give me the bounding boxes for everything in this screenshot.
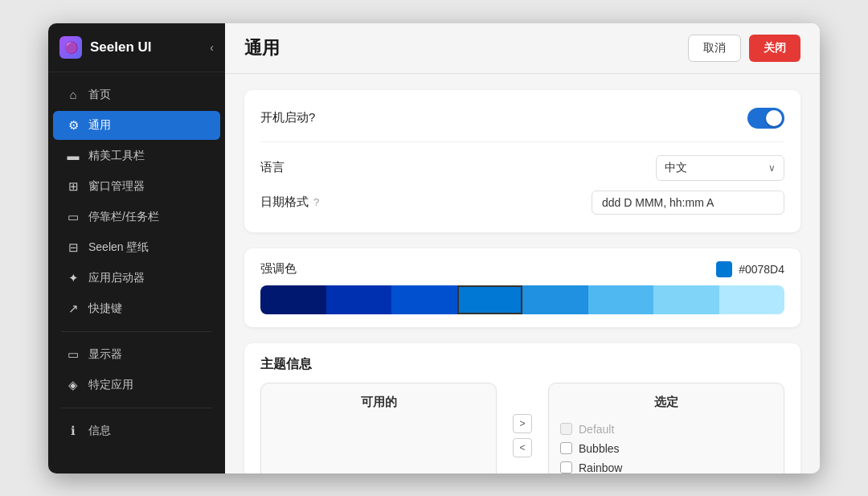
- transfer-back-button[interactable]: <: [513, 438, 532, 457]
- general-settings-section: 开机启动? 语言 中文 ∨ 日期格式 ?: [244, 90, 800, 232]
- color-segment-3: [391, 285, 457, 314]
- date-format-row: 日期格式 ?: [260, 186, 784, 219]
- sidebar-item-toolbar[interactable]: ▬ 精美工具栏: [53, 141, 220, 170]
- color-segment-8: [719, 285, 785, 314]
- sidebar-item-home[interactable]: ⌂ 首页: [53, 80, 220, 109]
- close-button[interactable]: 关闭: [749, 35, 800, 62]
- color-segment-1: [260, 285, 326, 314]
- sidebar-collapse-button[interactable]: ‹: [210, 41, 214, 54]
- sidebar: 🟣 Seelen UI ‹ ⌂ 首页 ⚙ 通用 ▬ 精美工具栏 ⊞ 窗口管理器: [48, 23, 225, 473]
- language-value: 中文: [665, 161, 687, 175]
- sidebar-item-wallpaper-label: Seelen 壁纸: [88, 240, 149, 255]
- color-segment-4: [457, 285, 523, 314]
- sidebar-item-special-apps-label: 特定应用: [88, 378, 133, 392]
- color-segment-2: [326, 285, 392, 314]
- theme-checkbox-default[interactable]: [560, 423, 572, 435]
- color-value-display: #0078D4: [716, 261, 784, 277]
- theme-checkbox-bubbles[interactable]: [560, 442, 572, 454]
- sidebar-item-general[interactable]: ⚙ 通用: [53, 111, 220, 140]
- theme-item-default[interactable]: Default: [560, 420, 772, 439]
- sidebar-item-general-label: 通用: [88, 118, 111, 133]
- color-hex-value: #0078D4: [739, 263, 784, 276]
- home-icon: ⌂: [66, 88, 80, 101]
- help-icon: ?: [313, 196, 319, 208]
- available-panel: 可用的: [260, 383, 497, 473]
- info-icon: ℹ: [66, 424, 80, 438]
- cancel-button[interactable]: 取消: [688, 35, 741, 62]
- date-format-label: 日期格式 ?: [260, 195, 319, 210]
- theme-item-default-label: Default: [579, 423, 614, 436]
- sidebar-item-launcher-label: 应用启动器: [88, 271, 145, 285]
- logo-icon: 🟣: [64, 41, 78, 54]
- toolbar-icon: ▬: [66, 149, 80, 162]
- language-select[interactable]: 中文 ∨: [656, 155, 784, 181]
- date-format-input[interactable]: [592, 191, 784, 215]
- header-buttons: 取消 关闭: [688, 35, 800, 62]
- page-title: 通用: [244, 36, 688, 60]
- sidebar-item-shortcuts[interactable]: ↗ 快捷键: [53, 294, 220, 323]
- color-segment-5: [522, 285, 588, 314]
- app-title: Seelen UI: [90, 39, 202, 55]
- color-strip[interactable]: [260, 285, 784, 314]
- sidebar-nav: ⌂ 首页 ⚙ 通用 ▬ 精美工具栏 ⊞ 窗口管理器 ▭ 停靠栏/任务栏 ⊟ Se…: [48, 72, 225, 473]
- wallpaper-icon: ⊟: [66, 240, 80, 255]
- sidebar-item-wallpaper[interactable]: ⊟ Seelen 壁纸: [53, 233, 220, 262]
- chevron-down-icon: ∨: [768, 162, 776, 174]
- startup-row: 开机启动?: [260, 103, 784, 133]
- sidebar-item-toolbar-label: 精美工具栏: [88, 149, 145, 163]
- launcher-icon: ✦: [66, 271, 80, 285]
- sidebar-item-special-apps[interactable]: ◈ 特定应用: [53, 371, 220, 400]
- sidebar-item-info[interactable]: ℹ 信息: [53, 416, 220, 445]
- startup-label: 开机启动?: [260, 110, 315, 125]
- gear-icon: ⚙: [66, 118, 80, 133]
- color-swatch[interactable]: [716, 261, 732, 277]
- special-apps-icon: ◈: [66, 378, 80, 392]
- sidebar-item-info-label: 信息: [88, 424, 111, 438]
- app-logo: 🟣: [59, 36, 82, 59]
- color-segment-6: [588, 285, 654, 314]
- transfer-forward-button[interactable]: >: [513, 414, 532, 433]
- color-segment-7: [653, 285, 719, 314]
- sidebar-item-taskbar-label: 停靠栏/任务栏: [88, 210, 159, 224]
- sidebar-divider: [61, 331, 212, 332]
- app-window: 🟣 Seelen UI ‹ ⌂ 首页 ⚙ 通用 ▬ 精美工具栏 ⊞ 窗口管理器: [48, 23, 820, 473]
- theme-item-rainbow-label: Rainbow: [579, 461, 622, 473]
- theme-checkbox-rainbow[interactable]: [560, 461, 572, 473]
- section-divider-1: [260, 141, 784, 142]
- theme-panels: 可用的 > < 选定 Default: [260, 383, 784, 473]
- sidebar-item-window-manager-label: 窗口管理器: [88, 179, 145, 194]
- main-body: 开机启动? 语言 中文 ∨ 日期格式 ?: [225, 74, 820, 473]
- main-header: 通用 取消 关闭: [225, 23, 820, 74]
- sidebar-item-taskbar[interactable]: ▭ 停靠栏/任务栏: [53, 203, 220, 232]
- main-content: 通用 取消 关闭 开机启动? 语言 中文 ∨: [225, 23, 820, 473]
- accent-color-label: 强调色: [260, 261, 297, 277]
- sidebar-item-home-label: 首页: [88, 88, 111, 102]
- sidebar-item-shortcuts-label: 快捷键: [88, 301, 122, 316]
- taskbar-icon: ▭: [66, 210, 80, 224]
- display-icon: ▭: [66, 347, 80, 362]
- selected-panel: 选定 Default Bubbles Rainbow: [548, 383, 784, 473]
- accent-color-section: 强调色 #0078D4: [244, 248, 800, 327]
- sidebar-item-launcher[interactable]: ✦ 应用启动器: [53, 264, 220, 293]
- sidebar-item-window-manager[interactable]: ⊞ 窗口管理器: [53, 172, 220, 201]
- theme-section-title: 主题信息: [260, 356, 784, 373]
- theme-item-bubbles[interactable]: Bubbles: [560, 439, 772, 458]
- selected-panel-title: 选定: [560, 395, 772, 410]
- accent-color-row: 强调色 #0078D4: [260, 261, 784, 277]
- transfer-buttons: > <: [510, 383, 535, 473]
- language-row: 语言 中文 ∨: [260, 150, 784, 186]
- sidebar-divider-2: [61, 408, 212, 408]
- sidebar-header: 🟣 Seelen UI ‹: [48, 23, 225, 72]
- theme-section: 主题信息 可用的 > < 选定: [244, 343, 800, 473]
- window-manager-icon: ⊞: [66, 179, 80, 194]
- available-panel-title: 可用的: [272, 395, 485, 410]
- startup-toggle[interactable]: [747, 108, 784, 129]
- language-label: 语言: [260, 160, 285, 175]
- theme-item-rainbow[interactable]: Rainbow: [560, 458, 772, 473]
- sidebar-item-display-label: 显示器: [88, 347, 122, 362]
- theme-item-bubbles-label: Bubbles: [579, 442, 620, 455]
- sidebar-item-display[interactable]: ▭ 显示器: [53, 340, 220, 369]
- shortcuts-icon: ↗: [66, 301, 80, 316]
